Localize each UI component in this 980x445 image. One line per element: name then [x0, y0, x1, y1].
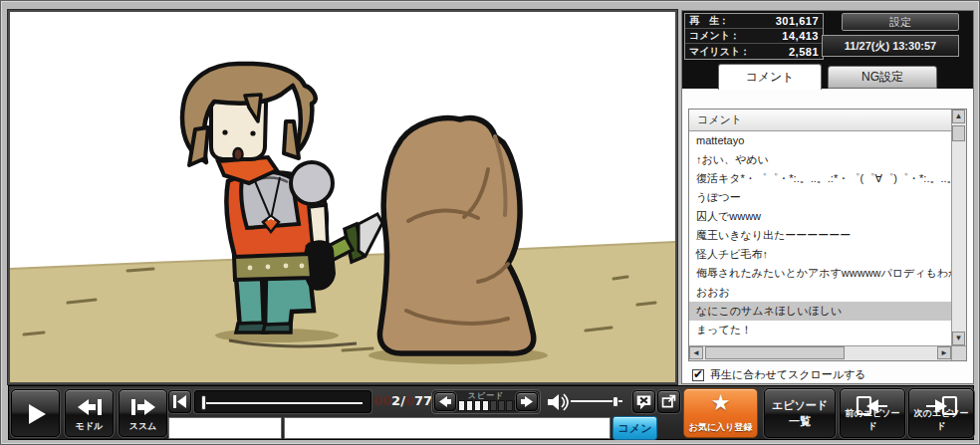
stats-area: 再 生： 301,617 コメント： 14,413 マイリスト： 2,581 設… — [682, 11, 973, 63]
views-value: 301,617 — [776, 15, 819, 27]
tab-ng-settings[interactable]: NG設定 — [828, 66, 937, 89]
play-button[interactable] — [11, 389, 60, 437]
mylist-label: マイリスト： — [689, 45, 750, 59]
forward-label: ススム — [120, 420, 166, 433]
scroll-left-icon[interactable]: ◄ — [689, 346, 703, 359]
horizontal-scroll-thumb[interactable] — [705, 346, 845, 359]
stats-row-comments: コメント： 14,413 — [685, 29, 823, 44]
comments-value: 14,413 — [782, 30, 819, 42]
settings-button[interactable]: 設定 — [842, 13, 959, 31]
favorite-label: お気に入り登録 — [684, 421, 757, 434]
autoscroll-label: 再生に合わせてスクロールする — [710, 367, 866, 382]
comment-submit-button[interactable]: コメント — [612, 416, 657, 440]
comment-hide-button[interactable] — [632, 390, 655, 413]
comment-list-header: コメント — [689, 110, 951, 131]
comment-row[interactable]: 囚人でwwww — [689, 207, 951, 226]
skip-start-icon — [172, 395, 187, 408]
video-scene — [10, 12, 675, 382]
counter-pad: 00 — [373, 393, 391, 408]
arrow-right-icon — [521, 396, 533, 407]
speed-up-button[interactable] — [516, 392, 538, 411]
next-episode-label: 次のエピソード — [909, 407, 973, 433]
stats-table: 再 生： 301,617 コメント： 14,413 マイリスト： 2,581 — [684, 13, 824, 60]
scrollbar-corner — [951, 345, 966, 360]
comment-row[interactable]: おおお — [689, 283, 951, 302]
comment-row[interactable]: mattetayo — [689, 131, 951, 150]
speed-down-button[interactable] — [434, 392, 456, 411]
speaker-icon — [547, 392, 569, 412]
comment-row[interactable]: うぽつー — [689, 188, 951, 207]
back-button[interactable]: モドル — [65, 389, 114, 437]
back-label: モドル — [66, 420, 113, 433]
counter-current: 2 — [391, 393, 400, 408]
comment-row[interactable]: なにこのサムネほしいほしい — [689, 302, 951, 321]
comment-row[interactable]: ↑おい、やめい — [689, 150, 951, 169]
expand-icon — [660, 393, 677, 410]
page-counter: 002/077 — [373, 393, 427, 408]
episode-list-button[interactable]: エピソード 一覧 — [764, 388, 836, 438]
volume-control[interactable] — [545, 390, 630, 413]
stats-row-views: 再 生： 301,617 — [685, 14, 823, 29]
comment-row[interactable]: 魔王いきなり出たーーーーーー — [689, 226, 951, 245]
comment-row[interactable]: 怪人チビ毛布↑ — [689, 245, 951, 264]
datetime-display: 11/27(火) 13:30:57 — [822, 35, 959, 57]
seek-bar[interactable] — [194, 390, 371, 413]
step-forward-icon — [129, 397, 157, 417]
seek-track — [205, 402, 363, 404]
comment-off-icon — [635, 393, 652, 410]
seek-handle[interactable] — [201, 395, 206, 410]
comment-tab-content: コメント mattetayo ↑おい、やめい 復活キタ*・゜゜・*:.。..。.… — [682, 89, 973, 383]
vertical-scroll-thumb[interactable] — [952, 125, 965, 141]
scroll-down-icon[interactable]: ▼ — [952, 332, 965, 345]
play-icon — [23, 401, 49, 427]
mylist-value: 2,581 — [789, 46, 819, 58]
comment-list: コメント mattetayo ↑おい、やめい 復活キタ*・゜゜・*:.。..。.… — [688, 109, 967, 361]
comment-rows: mattetayo ↑おい、やめい 復活キタ*・゜゜・*:.。..。.:*・゜(… — [689, 131, 951, 345]
skip-to-start-button[interactable] — [168, 390, 191, 413]
comment-row[interactable]: 侮辱されたみたいとかアホすwwwwwパロディもわかw — [689, 264, 951, 283]
scroll-up-icon[interactable]: ▲ — [952, 110, 965, 123]
previous-episode-button[interactable]: 前のエピソード — [840, 388, 905, 438]
volume-handle[interactable] — [612, 396, 618, 407]
episode-list-label-2: 一覧 — [765, 414, 835, 429]
stats-row-mylist: マイリスト： 2,581 — [685, 44, 823, 59]
views-label: 再 生： — [689, 14, 729, 28]
speed-control: スピード — [431, 389, 541, 414]
tab-comment[interactable]: コメント — [718, 64, 822, 90]
favorite-button[interactable]: ★ お気に入り登録 — [683, 388, 758, 438]
prev-episode-label: 前のエピソード — [841, 407, 904, 433]
arrow-left-icon — [439, 396, 451, 407]
player-window: 再 生： 301,617 コメント： 14,413 マイリスト： 2,581 設… — [0, 0, 980, 445]
counter-pad: 0 — [405, 393, 414, 408]
vertical-scrollbar[interactable]: ▲ ▼ — [951, 110, 966, 345]
counter-total: 77 — [414, 393, 432, 408]
comment-row[interactable]: まってた！ — [689, 321, 951, 339]
autoscroll-row: 再生に合わせてスクロールする — [692, 367, 866, 382]
video-area[interactable] — [8, 10, 677, 384]
horizontal-scrollbar[interactable]: ◄ ► — [689, 345, 951, 360]
star-icon: ★ — [684, 390, 757, 416]
step-back-icon — [76, 397, 104, 417]
scroll-right-icon[interactable]: ► — [937, 346, 951, 359]
info-panel: 再 生： 301,617 コメント： 14,413 マイリスト： 2,581 設… — [681, 10, 974, 384]
forward-button[interactable]: ススム — [119, 389, 167, 437]
autoscroll-checkbox[interactable] — [692, 369, 704, 381]
control-bar: モドル ススム 002/077 スピード — [8, 385, 974, 440]
comment-command-input[interactable] — [168, 417, 282, 439]
speed-gauge — [458, 400, 521, 411]
tabstrip: コメント NG設定 — [682, 63, 973, 89]
next-episode-button[interactable]: 次のエピソード — [908, 388, 974, 438]
comment-text-input[interactable] — [284, 417, 611, 439]
fullscreen-button[interactable] — [657, 390, 680, 413]
comments-label: コメント： — [689, 29, 740, 43]
episode-list-label-1: エピソード — [765, 398, 835, 413]
comment-row[interactable]: 復活キタ*・゜゜・*:.。..。.:*・゜(゜∀゜)゜・*:.。..。.:*・゜… — [689, 169, 951, 188]
